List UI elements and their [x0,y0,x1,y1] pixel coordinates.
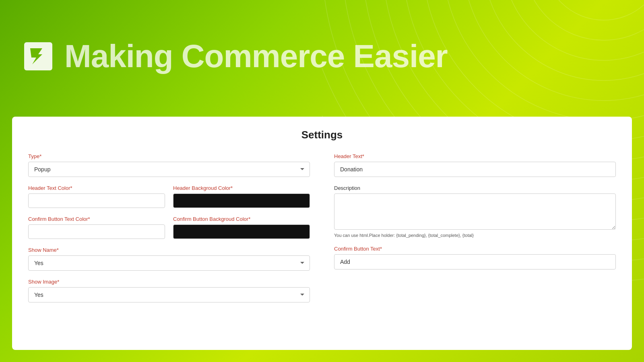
type-field-group: Type* Popup Inline Slide-in [28,153,310,177]
color-row-2: Confirm Button Text Color* Confirm Butto… [28,216,310,239]
type-label: Type* [28,153,310,159]
left-column: Type* Popup Inline Slide-in Header Text … [28,153,310,302]
header-text-color-group: Header Text Color* [28,185,165,208]
show-image-label: Show Image* [28,279,310,285]
confirm-btn-bg-color-swatch[interactable] [173,224,310,239]
right-column: Header Text* Description You can use htm… [334,153,616,302]
settings-title: Settings [28,129,616,141]
description-label: Description [334,185,616,191]
confirm-btn-bg-color-group: Confirm Button Backgroud Color* [173,216,310,239]
settings-card: Settings Type* Popup Inline Slide-in Hea [12,117,632,350]
brand-tagline: Making Commerce Easier [64,40,448,72]
settings-body: Type* Popup Inline Slide-in Header Text … [28,153,616,302]
show-name-field-group: Show Name* Yes No [28,247,310,271]
header-bg-color-group: Header Backgroud Color* [173,185,310,208]
type-select[interactable]: Popup Inline Slide-in [28,162,310,177]
header-text-color-swatch[interactable] [28,193,165,208]
confirm-btn-text-color-label: Confirm Button Text Color* [28,216,165,222]
color-row-1: Header Text Color* Header Backgroud Colo… [28,185,310,208]
description-field-group: Description You can use html.Place holde… [334,185,616,238]
header-text-field-group: Header Text* [334,153,616,177]
confirm-btn-text-input[interactable] [334,254,616,269]
header-bg-color-swatch[interactable] [173,193,310,208]
confirm-btn-text-color-group: Confirm Button Text Color* [28,216,165,239]
confirm-btn-text-color-swatch[interactable] [28,224,165,239]
page-header: Making Commerce Easier [0,0,644,113]
description-hint: You can use html.Place holder: {total_pe… [334,233,616,238]
show-name-label: Show Name* [28,247,310,253]
header-text-color-label: Header Text Color* [28,185,165,191]
header-text-label: Header Text* [334,153,616,159]
show-name-select[interactable]: Yes No [28,255,310,271]
header-bg-color-label: Header Backgroud Color* [173,185,310,191]
show-image-field-group: Show Image* Yes No [28,279,310,302]
show-image-select[interactable]: Yes No [28,287,310,302]
confirm-btn-text-field-group: Confirm Button Text* [334,246,616,269]
brand-logo [24,42,52,70]
header-text-input[interactable] [334,162,616,177]
description-textarea[interactable] [334,193,616,230]
confirm-btn-bg-color-label: Confirm Button Backgroud Color* [173,216,310,222]
confirm-btn-text-label: Confirm Button Text* [334,246,616,252]
